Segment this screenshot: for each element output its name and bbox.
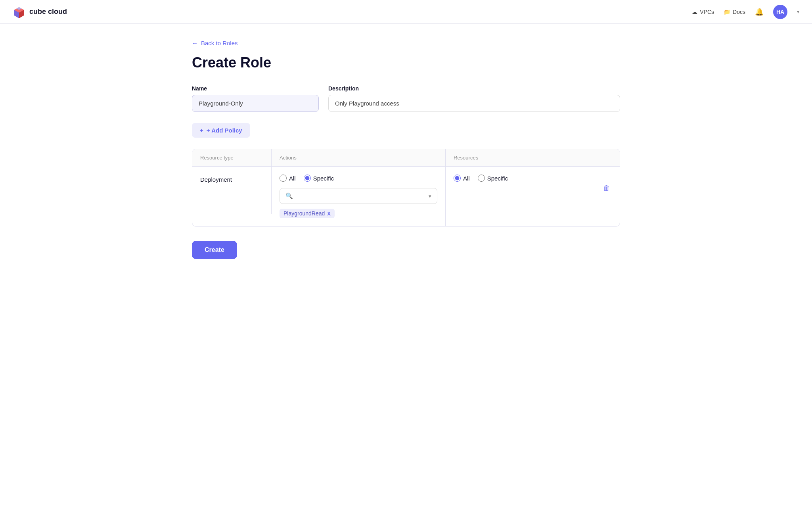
back-to-roles-link[interactable]: ← Back to Roles (192, 40, 238, 46)
notification-bell-icon[interactable]: 🔔 (755, 8, 764, 16)
logo[interactable]: cube cloud (13, 6, 67, 18)
tag-remove-button[interactable]: X (327, 211, 331, 217)
main-content: ← Back to Roles Create Role Name Descrip… (168, 24, 644, 275)
plus-icon: + (200, 127, 203, 134)
search-icon: 🔍 (285, 192, 293, 200)
chevron-down-icon[interactable]: ▾ (797, 9, 799, 15)
header-resource-type: Resource type (192, 149, 272, 166)
folder-icon: 📁 (724, 9, 730, 15)
resource-type-cell: Deployment (192, 167, 272, 214)
trash-icon: 🗑 (603, 184, 610, 192)
avatar[interactable]: HA (773, 5, 787, 19)
actions-search-dropdown[interactable]: 🔍 ▾ (280, 188, 437, 204)
form-row: Name Description (192, 85, 620, 112)
nav-right: ☁ VPCs 📁 Docs 🔔 HA ▾ (692, 5, 799, 19)
header-resources: Resources (446, 149, 620, 166)
vpcs-link[interactable]: ☁ VPCs (692, 9, 714, 15)
logo-text: cube cloud (29, 8, 67, 16)
navbar: cube cloud ☁ VPCs 📁 Docs 🔔 HA ▾ (0, 0, 812, 24)
resources-all-option[interactable]: All (454, 175, 470, 182)
table-row: Deployment All Specific (192, 167, 620, 226)
create-button[interactable]: Create (192, 241, 237, 259)
cloud-icon: ☁ (692, 9, 697, 15)
description-label: Description (328, 85, 620, 92)
add-policy-button[interactable]: + + Add Policy (192, 123, 250, 138)
resources-content: All Specific (454, 175, 508, 188)
name-label: Name (192, 85, 319, 92)
logo-icon (13, 6, 25, 18)
actions-specific-option[interactable]: Specific (304, 175, 334, 182)
dropdown-chevron-icon: ▾ (429, 193, 431, 199)
arrow-left-icon: ← (192, 40, 198, 46)
actions-all-option[interactable]: All (280, 175, 296, 182)
actions-specific-radio[interactable] (304, 175, 311, 182)
policy-table: Resource type Actions Resources Deployme… (192, 149, 620, 227)
description-input[interactable] (328, 95, 620, 112)
actions-radio-group: All Specific (280, 175, 437, 182)
delete-row-button[interactable]: 🗑 (601, 182, 612, 194)
description-field-group: Description (328, 85, 620, 112)
actions-cell: All Specific 🔍 ▾ PlaygroundRead (272, 167, 446, 226)
resources-specific-option[interactable]: Specific (478, 175, 508, 182)
resources-cell: All Specific 🗑 (446, 167, 620, 214)
resources-all-radio[interactable] (454, 175, 461, 182)
name-field-group: Name (192, 85, 319, 112)
resources-radio-group: All Specific (454, 175, 508, 182)
header-actions: Actions (272, 149, 446, 166)
name-input[interactable] (192, 95, 319, 112)
actions-all-radio[interactable] (280, 175, 287, 182)
playground-read-tag: PlaygroundRead X (280, 209, 335, 218)
table-header: Resource type Actions Resources (192, 149, 620, 167)
docs-link[interactable]: 📁 Docs (724, 9, 745, 15)
page-title: Create Role (192, 54, 620, 71)
resources-specific-radio[interactable] (478, 175, 485, 182)
